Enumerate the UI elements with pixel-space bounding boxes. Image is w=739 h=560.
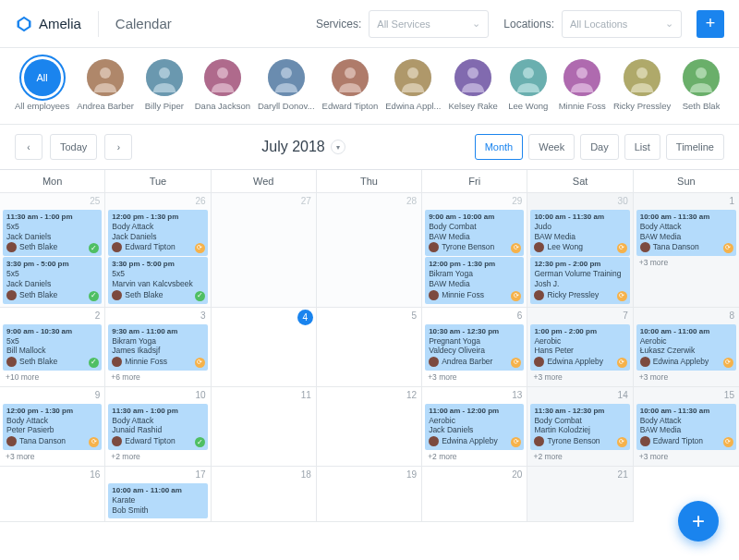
calendar-cell[interactable]: 18 [212,467,317,522]
fab-add-button[interactable]: + [678,501,719,542]
svg-point-9 [345,67,356,79]
employee-avatar-small [112,290,122,300]
event-time: 10:30 am - 12:30 pm [429,327,520,336]
calendar-cell[interactable]: 2511:30 am - 1:00 pm5x5Jack DanielsSeth … [0,193,105,308]
view-day-button[interactable]: Day [580,134,619,160]
view-list-button[interactable]: List [624,134,660,160]
event-employee: Edward Tipton [653,436,703,446]
appointment-event[interactable]: 12:00 pm - 1:30 pmBody AttackPeter Pasie… [3,404,102,450]
employee-filter[interactable]: Andrea Barber [77,59,134,111]
services-select[interactable]: All Services ⌄ [369,10,489,38]
appointment-event[interactable]: 11:30 am - 1:00 pmBody AttackJunaid Rash… [108,404,207,450]
employee-filter[interactable]: Dana Jackson [195,59,250,111]
calendar-cell[interactable]: 21 [527,467,633,522]
calendar-cell[interactable]: 39:30 am - 11:00 amBikram YogaJames Ikad… [105,308,211,387]
calendar-cell[interactable]: 4 [212,308,317,387]
more-events-link[interactable]: +3 more [636,256,736,269]
employee-filter[interactable]: Lee Wong [505,59,551,111]
employee-filter[interactable]: AllAll employees [15,59,69,111]
calendar-cell[interactable]: 110:00 am - 11:30 amBody AttackBAW Media… [634,193,739,308]
appointment-event[interactable]: 10:00 am - 11:30 amBody AttackBAW MediaT… [636,210,736,256]
appointment-event[interactable]: 12:30 pm - 2:00 pmGerman Volume Training… [530,257,629,303]
calendar-cell[interactable]: 27 [212,193,317,308]
calendar-cell[interactable]: 2612:00 pm - 1:30 pmBody AttackJack Dani… [105,193,211,308]
employee-filter[interactable]: Ricky Pressley [613,59,671,111]
calendar-cell[interactable]: 1411:30 am - 12:30 pmBody CombatMartin K… [527,387,633,467]
today-button[interactable]: Today [50,134,97,160]
appointment-event[interactable]: 11:30 am - 1:00 pm5x5Jack DanielsSeth Bl… [3,210,102,256]
day-header: Wed [212,170,317,193]
employee-avatar [624,59,660,96]
more-events-link[interactable]: +2 more [530,450,629,463]
employee-filter[interactable]: Seth Blak [678,59,724,111]
more-events-link[interactable]: +2 more [108,450,207,463]
date-number: 8 [729,310,734,321]
more-events-link[interactable]: +6 more [108,371,207,383]
more-events-link[interactable]: +3 more [3,450,102,463]
appointment-event[interactable]: 9:00 am - 10:00 amBody CombatBAW MediaTy… [425,210,524,256]
calendar-cell[interactable]: 810:00 am - 11:00 amAerobicŁukasz Czerwi… [634,308,739,387]
calendar-cell[interactable]: 1011:30 am - 1:00 pmBody AttackJunaid Ra… [105,387,211,467]
status-pending-icon: ⟳ [195,243,205,253]
next-button[interactable]: › [104,134,132,160]
calendar-cell[interactable]: 71:00 pm - 2:00 pmAerobicHans PeterEdwin… [527,308,633,387]
appointment-event[interactable]: 11:00 am - 12:00 pmAerobicJack DanielsEd… [425,404,524,450]
appointment-event[interactable]: 9:30 am - 11:00 amBikram YogaJames Ikads… [108,324,207,371]
locations-select[interactable]: All Locations ⌄ [562,10,682,38]
calendar-cell[interactable]: 28 [317,193,422,308]
appointment-event[interactable]: 10:00 am - 11:00 amAerobicŁukasz Czerwik… [636,324,736,371]
appointment-event[interactable]: 9:00 am - 10:30 am5x5Bill MallockSeth Bl… [3,324,102,371]
calendar-cell[interactable]: 16 [0,467,105,522]
appointment-event[interactable]: 10:00 am - 11:30 amBody AttackBAW MediaE… [636,404,736,450]
calendar-cell[interactable]: 12 [317,387,422,467]
more-events-link[interactable]: +3 more [425,371,524,383]
employee-filter[interactable]: Daryll Donov... [258,59,315,111]
event-title: Bikram Yoga [112,336,203,347]
calendar-cell[interactable]: 610:30 am - 12:30 pmPregnant YogaValdecy… [422,308,527,387]
calendar-cell[interactable]: 3010:00 am - 11:30 amJudoBAW MediaLee Wo… [527,193,633,308]
chevron-right-icon: › [117,142,120,152]
event-employee: Seth Blake [19,357,57,367]
more-events-link[interactable]: +3 more [636,371,736,383]
employee-name: Lee Wong [508,101,548,111]
appointment-event[interactable]: 3:30 pm - 5:00 pm5x5Marvin van Kalcvsbee… [108,257,207,303]
calendar-cell[interactable]: 1311:00 am - 12:00 pmAerobicJack Daniels… [422,387,527,467]
calendar-cell[interactable]: 1510:00 am - 11:30 amBody AttackBAW Medi… [634,387,739,467]
appointment-event[interactable]: 12:00 pm - 1:30 pmBikram YogaBAW MediaMi… [425,257,524,303]
calendar-cell[interactable]: 20 [422,467,527,522]
employee-filter[interactable]: Edwina Appl... [385,59,441,111]
status-pending-icon: ⟳ [723,437,733,447]
calendar-cell[interactable]: 11 [212,387,317,467]
calendar-cell[interactable]: 912:00 pm - 1:30 pmBody AttackPeter Pasi… [0,387,105,467]
more-events-link[interactable]: +10 more [3,371,102,383]
employee-filter[interactable]: Edward Tipton [322,59,379,111]
event-title: Body Attack [112,222,203,232]
view-week-button[interactable]: Week [528,134,575,160]
employee-filter[interactable]: Billy Piper [141,59,188,111]
appointment-event[interactable]: 1:00 pm - 2:00 pmAerobicHans PeterEdwina… [530,324,629,371]
appointment-event[interactable]: 10:00 am - 11:00 amKarateBob Smith [108,483,207,518]
employee-name: Ricky Pressley [613,101,671,111]
view-timeline-button[interactable]: Timeline [666,134,724,160]
more-events-link[interactable]: +3 more [530,371,629,383]
chevron-left-icon: ‹ [27,142,30,152]
appointment-event[interactable]: 10:00 am - 11:30 amJudoBAW MediaLee Wong… [530,210,629,256]
more-events-link[interactable]: +2 more [425,450,524,463]
employee-filter[interactable]: Minnie Foss [559,59,606,111]
add-button[interactable]: + [697,10,724,38]
employee-filter[interactable]: Kelsey Rake [449,59,498,111]
employee-avatar-small [6,357,17,367]
calendar-cell[interactable]: 29:00 am - 10:30 am5x5Bill MallockSeth B… [0,308,105,387]
period-picker-button[interactable]: ▾ [331,140,345,154]
appointment-event[interactable]: 10:30 am - 12:30 pmPregnant YogaValdecy … [425,324,524,371]
appointment-event[interactable]: 11:30 am - 12:30 pmBody CombatMartin Kol… [530,404,629,450]
calendar-cell[interactable]: 19 [317,467,422,522]
prev-button[interactable]: ‹ [15,134,42,160]
more-events-link[interactable]: +3 more [636,450,736,463]
calendar-cell[interactable]: 5 [317,308,422,387]
calendar-cell[interactable]: 299:00 am - 10:00 amBody CombatBAW Media… [422,193,527,308]
view-month-button[interactable]: Month [475,134,524,160]
appointment-event[interactable]: 3:30 pm - 5:00 pm5x5Jack DanielsSeth Bla… [3,257,102,303]
appointment-event[interactable]: 12:00 pm - 1:30 pmBody AttackJack Daniel… [108,210,207,256]
calendar-cell[interactable]: 1710:00 am - 11:00 amKarateBob Smith [105,467,211,522]
